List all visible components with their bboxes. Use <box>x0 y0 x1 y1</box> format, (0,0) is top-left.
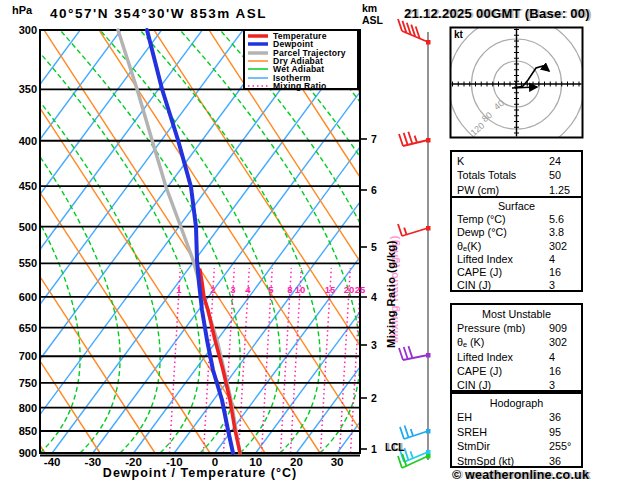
km-tick-label: 6 <box>371 184 377 196</box>
table-row: Dewp (°C)3.8 <box>452 226 581 239</box>
legend-item: Mixing Ratio <box>247 82 357 90</box>
table-row: Lifted Index4 <box>452 350 581 364</box>
wind-barb <box>398 224 431 236</box>
table-row-label: θₑ(K) <box>457 240 549 253</box>
table-row-label: K <box>457 154 549 168</box>
km-tick-label: 1 <box>371 443 377 455</box>
table-row-label: Pressure (mb) <box>457 321 549 335</box>
hodograph-unit-label: kt <box>454 29 463 40</box>
mixing-ratio-label: 4 <box>238 284 258 295</box>
pressure-tick-label: 350 <box>8 83 37 95</box>
indices-table: Most UnstablePressure (mb)909θₑ (K)302Li… <box>450 303 583 392</box>
table-row: θₑ (K)302 <box>452 335 581 349</box>
wind-barb <box>398 19 431 45</box>
table-row: CAPE (J)16 <box>452 364 581 378</box>
table-row-value: 302 <box>549 335 581 349</box>
table-row-value: 24 <box>549 154 581 168</box>
legend-swatch <box>247 49 269 57</box>
legend-swatch <box>247 57 269 65</box>
table-row: EH36 <box>452 410 581 424</box>
pressure-tick-label: 800 <box>8 402 37 414</box>
pressure-axis-unit: hPa <box>12 4 32 16</box>
temp-tick-label: 0 <box>195 456 235 468</box>
temperature-axis-label: Dewpoint / Temperature (°C) <box>40 466 360 480</box>
pressure-tick-label: 700 <box>8 350 37 362</box>
table-row-label: EH <box>457 410 549 424</box>
table-row: K24 <box>452 154 581 168</box>
table-section-title: Hodograph <box>452 396 581 410</box>
wind-barb <box>400 425 431 439</box>
table-row-label: CAPE (J) <box>457 266 549 279</box>
copyright-footer: © weatheronline.co.uk <box>452 468 629 482</box>
table-row-value: 4 <box>549 253 581 266</box>
km-tick-label: 4 <box>371 291 377 303</box>
table-row: CAPE (J)16 <box>452 266 581 279</box>
table-row-label: Temp (°C) <box>457 213 549 226</box>
table-row: CIN (J)3 <box>452 279 581 292</box>
temp-tick-label: -30 <box>73 456 113 468</box>
table-row-value: 95 <box>549 425 581 439</box>
table-row-label: StmSpd (kt) <box>457 454 549 468</box>
km-tick-label: 2 <box>371 392 377 404</box>
km-tick-label: 3 <box>371 339 377 351</box>
temp-tick-label: 10 <box>236 456 276 468</box>
table-row: StmDir255° <box>452 439 581 453</box>
legend-item-label: Mixing Ratio <box>273 81 326 91</box>
indices-table: SurfaceTemp (°C)5.6Dewp (°C)3.8θₑ(K)302L… <box>450 196 583 292</box>
table-row-value: 255° <box>549 439 581 453</box>
pressure-tick-label: 300 <box>8 24 37 36</box>
table-row-value: 3 <box>549 279 581 292</box>
table-row: StmSpd (kt)36 <box>452 454 581 468</box>
table-row-label: CAPE (J) <box>457 364 549 378</box>
mixing-ratio-label: 5 <box>261 284 281 295</box>
indices-table: HodographEH36SREH95StmDir255°StmSpd (kt)… <box>450 392 583 468</box>
pressure-tick-label: 550 <box>8 257 37 269</box>
mixing-ratio-label: 25 <box>350 284 370 295</box>
table-row-value: 16 <box>549 266 581 279</box>
mixing-ratio-label: 15 <box>320 284 340 295</box>
table-section-title: Most Unstable <box>452 307 581 321</box>
pressure-tick-label: 650 <box>8 322 37 334</box>
pressure-tick-label: 750 <box>8 377 37 389</box>
pressure-tick-label: 600 <box>8 291 37 303</box>
temp-tick-label: 20 <box>276 456 316 468</box>
altitude-axis-unit: kmASL <box>362 2 383 26</box>
table-row-value: 5.6 <box>549 213 581 226</box>
table-row-value: 50 <box>549 168 581 182</box>
legend-swatch <box>247 40 269 48</box>
temp-tick-label: -40 <box>32 456 72 468</box>
temp-tick-label: 30 <box>317 456 357 468</box>
page-title: 40°57'N 354°30'W 853m ASL <box>50 6 350 21</box>
table-row-label: CIN (J) <box>457 279 549 292</box>
table-row-label: Totals Totals <box>457 168 549 182</box>
mixing-ratio-label: 1 <box>169 284 189 295</box>
run-date-title: 21.12.2025 00GMT (Base: 00) <box>404 6 629 21</box>
table-row-value: 302 <box>549 240 581 253</box>
table-row: CIN (J)3 <box>452 378 581 392</box>
table-row: SREH95 <box>452 425 581 439</box>
indices-table: K24Totals Totals50PW (cm)1.25 <box>450 150 583 198</box>
table-row-label: Lifted Index <box>457 350 549 364</box>
mixing-ratio-label: 10 <box>290 284 310 295</box>
legend-swatch <box>247 32 269 40</box>
legend-swatch <box>247 82 269 90</box>
table-row: Lifted Index4 <box>452 253 581 266</box>
table-row-value: 16 <box>549 364 581 378</box>
table-row-value: 36 <box>549 454 581 468</box>
table-row-label: CIN (J) <box>457 378 549 392</box>
table-row-value: 3 <box>549 378 581 392</box>
mixing-ratio-label: 2 <box>203 284 223 295</box>
table-row: Temp (°C)5.6 <box>452 213 581 226</box>
pressure-tick-label: 450 <box>8 180 37 192</box>
table-row: Totals Totals50 <box>452 168 581 182</box>
km-tick-label: 5 <box>371 241 377 253</box>
legend: TemperatureDewpointParcel TrajectoryDry … <box>243 29 359 90</box>
table-row: Pressure (mb)909 <box>452 321 581 335</box>
table-row-label: Lifted Index <box>457 253 549 266</box>
table-section-title: Surface <box>452 200 581 213</box>
table-row-value: 4 <box>549 350 581 364</box>
table-row-label: θₑ (K) <box>457 335 549 349</box>
temp-tick-label: -10 <box>154 456 194 468</box>
temp-tick-label: -20 <box>114 456 154 468</box>
table-row: θₑ(K)302 <box>452 240 581 253</box>
